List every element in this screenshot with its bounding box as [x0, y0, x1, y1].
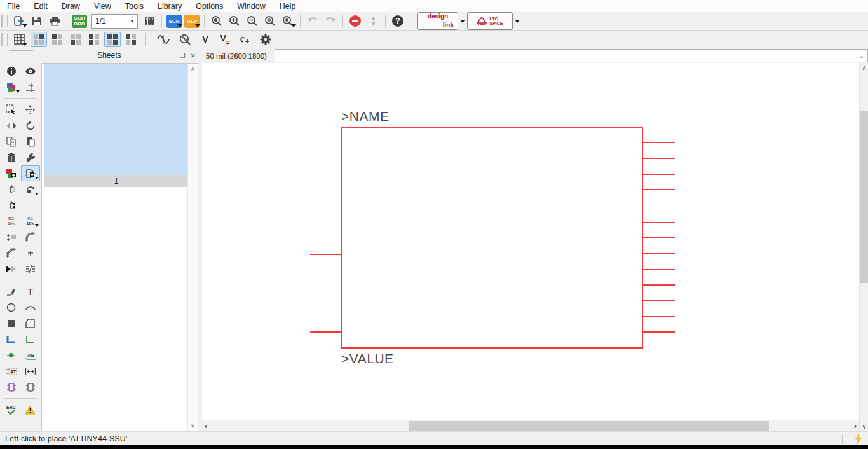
- mark-origin-tool[interactable]: [21, 245, 40, 261]
- menu-draw[interactable]: Draw: [55, 1, 87, 11]
- hscroll-thumb[interactable]: [409, 421, 769, 431]
- sheet-thumbnail[interactable]: [44, 64, 189, 175]
- save-button[interactable]: [28, 13, 46, 29]
- voltage-probe-button[interactable]: V: [196, 32, 215, 47]
- zoom-out-button[interactable]: [243, 13, 261, 29]
- canvas-vscrollbar[interactable]: ∧ ∨: [859, 63, 868, 431]
- scroll-up-icon[interactable]: ∧: [860, 64, 868, 71]
- move-tool[interactable]: [21, 102, 40, 118]
- add-gate-tool[interactable]: [21, 165, 40, 181]
- script-dropdown-arrow[interactable]: [177, 24, 182, 27]
- miter-straight-tool[interactable]: [2, 245, 21, 261]
- print-button[interactable]: [46, 13, 64, 29]
- panel-float-icon[interactable]: ❐: [177, 52, 188, 59]
- settings-button[interactable]: [255, 32, 276, 47]
- open-button[interactable]: [10, 13, 28, 29]
- add-gate-dropdown-arrow[interactable]: [35, 177, 39, 179]
- layer-preset-6[interactable]: [123, 32, 139, 47]
- info-tool[interactable]: [2, 63, 21, 79]
- gateswap-tool[interactable]: [2, 197, 21, 213]
- command-combobox[interactable]: ⌄: [275, 49, 868, 62]
- sheets-scrollbar[interactable]: ∧ ∨: [187, 64, 198, 431]
- command-dropdown-icon[interactable]: ⌄: [855, 52, 867, 60]
- mirror-tool[interactable]: [2, 118, 21, 134]
- undo-button[interactable]: [304, 13, 322, 29]
- design-link-dropdown[interactable]: [458, 20, 467, 23]
- panel-close-icon[interactable]: ✕: [188, 52, 198, 59]
- pinswap-tool[interactable]: [2, 181, 21, 197]
- junction-tool[interactable]: [2, 347, 21, 363]
- paste-tool[interactable]: [21, 134, 40, 149]
- options-dots-button[interactable]: [364, 13, 382, 29]
- bus-tool[interactable]: [2, 331, 21, 347]
- ltspice-button[interactable]: LTC SPICE: [467, 12, 513, 30]
- canvas-hscrollbar[interactable]: ‹ ›: [202, 420, 859, 432]
- ulp-button[interactable]: ULP: [183, 13, 201, 29]
- port-tool[interactable]: [21, 379, 40, 395]
- replace-tool[interactable]: [21, 181, 40, 197]
- polygon-tool[interactable]: [21, 315, 40, 331]
- menu-edit[interactable]: Edit: [27, 1, 55, 11]
- sidebar-drag-handle[interactable]: [9, 50, 33, 55]
- miter-round-tool[interactable]: [21, 229, 40, 245]
- add-part-tool[interactable]: [2, 165, 21, 181]
- menu-window[interactable]: Window: [230, 1, 272, 11]
- label-tool[interactable]: AB: [21, 347, 40, 363]
- voltage-phase-probe-button[interactable]: Vp: [215, 32, 235, 47]
- vscroll-thumb[interactable]: [860, 111, 868, 283]
- library-manager-button[interactable]: [140, 13, 158, 29]
- design-link-button[interactable]: design link: [417, 12, 458, 30]
- zoom-select-button[interactable]: [261, 13, 279, 29]
- grid-dropdown-arrow[interactable]: [22, 43, 27, 46]
- value-tool[interactable]: R2 10k: [21, 213, 40, 229]
- replace-dropdown-arrow[interactable]: [35, 193, 39, 195]
- text-tool[interactable]: T: [21, 284, 40, 300]
- layer-preset-2[interactable]: [49, 32, 65, 47]
- simulate-button[interactable]: [153, 32, 174, 47]
- menu-file[interactable]: File: [0, 1, 27, 11]
- net-tool[interactable]: [21, 331, 40, 347]
- scroll-down-icon[interactable]: ∨: [188, 421, 198, 431]
- layers-dropdown-arrow[interactable]: [16, 90, 20, 93]
- wire-tool[interactable]: [2, 284, 21, 300]
- scroll-right-icon[interactable]: ›: [854, 420, 857, 432]
- menu-view[interactable]: View: [87, 1, 118, 11]
- change-tool[interactable]: [21, 149, 40, 165]
- show-tool[interactable]: [21, 63, 40, 79]
- zoom-redraw-button[interactable]: [279, 13, 297, 29]
- name-tool[interactable]: R2 10k: [2, 213, 21, 229]
- script-button[interactable]: SCR: [165, 13, 183, 29]
- layer-preset-1[interactable]: [31, 32, 47, 47]
- erc-tool[interactable]: ERC: [2, 402, 21, 418]
- menu-options[interactable]: Options: [189, 1, 230, 11]
- redo-button[interactable]: [322, 13, 339, 29]
- mark-tool[interactable]: [21, 79, 40, 95]
- rotate-tool[interactable]: [21, 118, 40, 134]
- circle-tool[interactable]: [2, 300, 21, 315]
- stop-button[interactable]: [346, 13, 364, 29]
- sheet-label[interactable]: 1: [44, 175, 189, 187]
- layer-preset-5[interactable]: [104, 32, 121, 47]
- attribute-tool[interactable]: AT: [2, 363, 21, 379]
- grid-button[interactable]: [10, 32, 28, 47]
- help-button[interactable]: ?: [389, 13, 407, 29]
- add-probe-button[interactable]: [235, 32, 255, 47]
- scroll-up-icon[interactable]: ∧: [188, 64, 198, 73]
- zoom-dropdown-arrow[interactable]: [291, 24, 296, 27]
- group-tool[interactable]: [2, 102, 21, 118]
- scroll-left-icon[interactable]: ‹: [205, 420, 207, 432]
- toolbar-drag-handle[interactable]: [1, 33, 8, 46]
- zoom-in-button[interactable]: [226, 13, 243, 29]
- ltspice-dropdown[interactable]: [513, 20, 522, 23]
- ulp-dropdown-arrow[interactable]: [195, 24, 200, 27]
- dimension-tool[interactable]: [21, 363, 40, 379]
- probe-view-button[interactable]: [174, 32, 196, 47]
- schematic-canvas[interactable]: >NAME >VALUE: [202, 63, 859, 420]
- sheet-selector-arrow[interactable]: ▼: [127, 18, 137, 24]
- rect-tool[interactable]: [2, 315, 21, 331]
- arc-tool[interactable]: [21, 300, 40, 315]
- erc-errors-tool[interactable]: [21, 402, 40, 418]
- split-tool[interactable]: [21, 261, 40, 277]
- sheet-selector[interactable]: 1/1 ▼: [91, 14, 138, 29]
- layer-preset-4[interactable]: [86, 32, 102, 47]
